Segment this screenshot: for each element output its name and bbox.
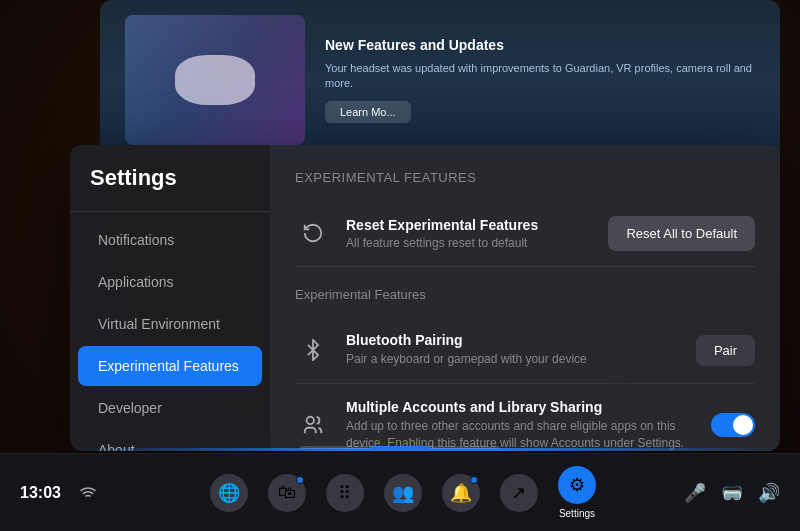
taskbar-item-apps[interactable]: ⠿ xyxy=(326,474,364,512)
vr-silhouette-image xyxy=(175,55,255,105)
pair-button[interactable]: Pair xyxy=(696,335,755,366)
floating-screen-text: New Features and Updates Your headset wa… xyxy=(325,37,755,124)
scroll-indicator xyxy=(300,446,500,449)
reset-subtitle: All feature settings reset to default xyxy=(346,236,608,250)
floating-screen-title: New Features and Updates xyxy=(325,37,755,53)
floating-screen-description: Your headset was updated with improvemen… xyxy=(325,61,755,92)
taskbar: 13:03 🌐 🛍 ⠿ 👥 xyxy=(0,453,800,531)
bluetooth-text: Bluetooth Pairing Pair a keyboard or gam… xyxy=(346,332,696,368)
accounts-toggle[interactable] xyxy=(711,413,755,437)
people-icon: 👥 xyxy=(384,474,422,512)
multiple-accounts-row: Multiple Accounts and Library Sharing Ad… xyxy=(295,384,755,451)
bluetooth-subtitle: Pair a keyboard or gamepad with your dev… xyxy=(346,351,696,368)
reset-icon xyxy=(295,215,331,251)
home-icon: 🌐 xyxy=(210,474,248,512)
taskbar-item-home[interactable]: 🌐 xyxy=(210,474,248,512)
store-icon: 🛍 xyxy=(268,474,306,512)
sidebar-item-notifications[interactable]: Notifications xyxy=(78,220,262,260)
taskbar-time: 13:03 xyxy=(20,484,61,502)
apps-icon: ⠿ xyxy=(326,474,364,512)
mic-icon[interactable]: 🎤 xyxy=(684,482,706,504)
notifications-icon: 🔔 xyxy=(442,474,480,512)
reset-title: Reset Experimental Features xyxy=(346,217,608,233)
share-icon: ↗ xyxy=(500,474,538,512)
scroll-thumb xyxy=(370,446,430,449)
section-header-experimental-2: Experimental Features xyxy=(295,287,755,302)
taskbar-item-share[interactable]: ↗ xyxy=(500,474,538,512)
reset-experimental-row: Reset Experimental Features All feature … xyxy=(295,200,755,267)
learn-more-button[interactable]: Learn Mo... xyxy=(325,101,411,123)
settings-panel: Settings Notifications Applications Virt… xyxy=(70,145,780,451)
bluetooth-title: Bluetooth Pairing xyxy=(346,332,696,348)
floating-screen: New Features and Updates Your headset wa… xyxy=(100,0,780,160)
reset-all-button[interactable]: Reset All to Default xyxy=(608,216,755,251)
bluetooth-pairing-row: Bluetooth Pairing Pair a keyboard or gam… xyxy=(295,317,755,384)
taskbar-item-people[interactable]: 👥 xyxy=(384,474,422,512)
settings-label: Settings xyxy=(559,508,595,519)
taskbar-icons: 🌐 🛍 ⠿ 👥 🔔 ↗ ⚙ xyxy=(122,466,684,519)
taskbar-item-notifications[interactable]: 🔔 xyxy=(442,474,480,512)
vr-icon[interactable]: 🥽 xyxy=(721,482,743,504)
sidebar-item-developer[interactable]: Developer xyxy=(78,388,262,428)
sidebar: Settings Notifications Applications Virt… xyxy=(70,145,270,451)
sidebar-item-applications[interactable]: Applications xyxy=(78,262,262,302)
store-badge xyxy=(296,476,304,484)
sidebar-item-experimental-features[interactable]: Experimental Features xyxy=(78,346,262,386)
sidebar-item-virtual-environment[interactable]: Virtual Environment xyxy=(78,304,262,344)
accounts-icon xyxy=(295,407,331,443)
taskbar-bottom-icons: 🎤 🥽 🔊 xyxy=(684,482,780,504)
notifications-badge xyxy=(470,476,478,484)
settings-icon: ⚙ xyxy=(558,466,596,504)
bluetooth-icon xyxy=(295,332,331,368)
taskbar-item-store[interactable]: 🛍 xyxy=(268,474,306,512)
floating-screen-image xyxy=(125,15,305,145)
svg-point-0 xyxy=(307,417,314,424)
sidebar-title: Settings xyxy=(70,165,270,212)
main-content: Experimental Features Reset Experimental… xyxy=(270,145,780,451)
section-header-experimental: Experimental Features xyxy=(295,170,755,185)
taskbar-item-settings[interactable]: ⚙ Settings xyxy=(558,466,596,519)
accounts-text: Multiple Accounts and Library Sharing Ad… xyxy=(346,399,711,451)
reset-text: Reset Experimental Features All feature … xyxy=(346,217,608,250)
wifi-icon xyxy=(79,484,97,501)
volume-icon[interactable]: 🔊 xyxy=(758,482,780,504)
accounts-title: Multiple Accounts and Library Sharing xyxy=(346,399,711,415)
